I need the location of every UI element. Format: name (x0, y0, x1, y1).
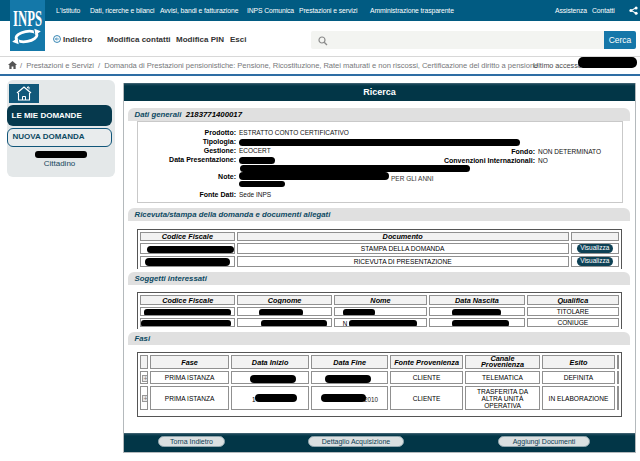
svg-text:INPS: INPS (13, 5, 42, 31)
